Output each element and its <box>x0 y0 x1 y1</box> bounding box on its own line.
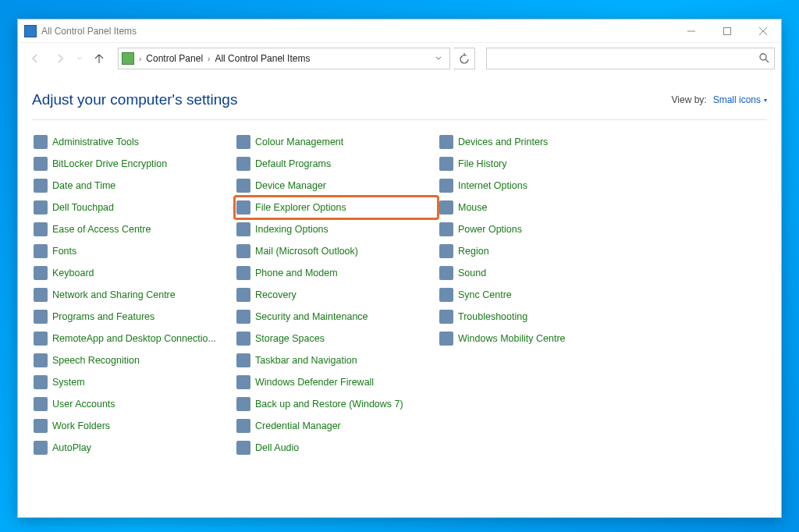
item-label: Mouse <box>458 202 488 213</box>
item-label: Mail (Microsoft Outlook) <box>255 246 358 257</box>
minimize-button[interactable] <box>673 20 709 43</box>
item-icon <box>236 244 250 258</box>
search-box[interactable] <box>486 48 775 69</box>
item-icon <box>439 200 453 215</box>
back-button[interactable] <box>24 48 46 69</box>
item-icon <box>236 222 250 236</box>
control-panel-item[interactable]: Mail (Microsoft Outlook) <box>235 240 438 262</box>
control-panel-icon <box>122 52 134 65</box>
viewby-label: View by: <box>672 94 707 105</box>
history-dropdown[interactable] <box>74 48 85 69</box>
control-panel-item[interactable]: Device Manager <box>235 175 438 197</box>
control-panel-item[interactable]: Ease of Access Centre <box>32 218 235 240</box>
breadcrumb-leaf[interactable]: All Control Panel Items <box>211 48 313 69</box>
control-panel-item[interactable]: Windows Mobility Centre <box>438 328 641 349</box>
control-panel-item[interactable]: AutoPlay <box>32 437 235 459</box>
control-panel-item[interactable]: Troubleshooting <box>438 306 641 328</box>
chevron-right-icon: › <box>206 55 211 63</box>
item-icon <box>34 135 48 149</box>
item-icon <box>34 419 48 433</box>
control-panel-item[interactable]: Region <box>438 240 641 262</box>
item-label: Windows Mobility Centre <box>458 333 566 344</box>
control-panel-item[interactable]: Security and Maintenance <box>235 306 438 328</box>
control-panel-item[interactable]: User Accounts <box>32 393 235 415</box>
item-label: Back up and Restore (Windows 7) <box>255 399 403 410</box>
control-panel-item[interactable]: Dell Touchpad <box>32 197 235 218</box>
item-label: Power Options <box>458 224 522 235</box>
item-label: Default Programs <box>255 158 331 169</box>
refresh-button[interactable] <box>453 48 475 69</box>
item-icon <box>34 266 48 280</box>
item-label: Sync Centre <box>458 289 512 300</box>
item-icon <box>236 200 250 215</box>
control-panel-item[interactable]: Windows Defender Firewall <box>235 371 438 393</box>
forward-button[interactable] <box>49 48 71 69</box>
up-button[interactable] <box>88 48 110 69</box>
breadcrumb-root[interactable]: Control Panel <box>143 48 206 69</box>
control-panel-item[interactable]: Fonts <box>32 240 235 262</box>
control-panel-item[interactable]: Date and Time <box>32 175 235 197</box>
item-icon <box>236 397 250 411</box>
item-icon <box>236 157 250 171</box>
control-panel-item[interactable]: Internet Options <box>438 175 641 197</box>
maximize-button[interactable] <box>709 20 745 43</box>
control-panel-item[interactable]: Network and Sharing Centre <box>32 284 235 306</box>
item-label: Programs and Features <box>52 311 154 322</box>
control-panel-item[interactable]: Indexing Options <box>235 218 438 240</box>
control-panel-item[interactable]: Default Programs <box>235 153 438 175</box>
control-panel-item[interactable]: Recovery <box>235 284 438 306</box>
control-panel-item[interactable]: File Explorer Options <box>235 197 438 218</box>
control-panel-item[interactable]: Colour Management <box>235 131 438 153</box>
svg-rect-1 <box>724 27 731 34</box>
control-panel-item[interactable]: System <box>32 371 235 393</box>
control-panel-item[interactable]: Phone and Modem <box>235 262 438 284</box>
item-label: Indexing Options <box>255 224 328 235</box>
item-icon <box>236 332 250 346</box>
item-label: Date and Time <box>52 180 115 191</box>
control-panel-item[interactable]: Sound <box>438 262 641 284</box>
item-icon <box>34 332 48 346</box>
control-panel-item[interactable]: Storage Spaces <box>235 328 438 349</box>
item-icon <box>34 200 48 215</box>
control-panel-item[interactable]: BitLocker Drive Encryption <box>32 153 235 175</box>
nav-toolbar: › Control Panel › All Control Panel Item… <box>18 43 781 74</box>
item-label: BitLocker Drive Encryption <box>52 158 167 169</box>
control-panel-item[interactable]: RemoteApp and Desktop Connectio... <box>32 328 235 349</box>
close-button[interactable] <box>745 20 781 43</box>
address-bar[interactable]: › Control Panel › All Control Panel Item… <box>118 48 450 69</box>
control-panel-item[interactable]: Sync Centre <box>438 284 641 306</box>
control-panel-item[interactable]: Credential Manager <box>235 415 438 437</box>
item-icon <box>236 179 250 193</box>
item-label: Speech Recognition <box>52 355 140 366</box>
control-panel-item[interactable]: Power Options <box>438 218 641 240</box>
item-label: Phone and Modem <box>255 268 338 278</box>
item-label: Colour Management <box>255 137 343 147</box>
item-icon <box>236 266 250 280</box>
viewby-dropdown[interactable]: Small icons ▾ <box>713 94 767 105</box>
control-panel-item[interactable]: Taskbar and Navigation <box>235 349 438 371</box>
item-label: Recovery <box>255 289 297 300</box>
item-icon <box>439 179 453 193</box>
control-panel-item[interactable]: Work Folders <box>32 415 235 437</box>
chevron-down-icon: ▾ <box>764 97 767 104</box>
control-panel-item[interactable]: Keyboard <box>32 262 235 284</box>
item-icon <box>439 222 453 236</box>
control-panel-item[interactable]: Administrative Tools <box>32 131 235 153</box>
control-panel-item[interactable]: Dell Audio <box>235 437 438 459</box>
address-dropdown[interactable] <box>431 48 446 69</box>
item-label: Internet Options <box>458 180 527 191</box>
svg-point-4 <box>760 54 766 60</box>
item-label: Taskbar and Navigation <box>255 355 357 366</box>
item-label: Credential Manager <box>255 420 341 431</box>
control-panel-item[interactable]: Mouse <box>438 197 641 218</box>
control-panel-item[interactable]: File History <box>438 153 641 175</box>
control-panel-item[interactable]: Devices and Printers <box>438 131 641 153</box>
item-label: Fonts <box>52 246 76 257</box>
content-header: Adjust your computer's settings View by:… <box>32 88 767 120</box>
item-icon <box>34 244 48 258</box>
item-label: Work Folders <box>52 420 110 431</box>
control-panel-item[interactable]: Speech Recognition <box>32 349 235 371</box>
control-panel-item[interactable]: Programs and Features <box>32 306 235 328</box>
item-icon <box>34 375 48 389</box>
control-panel-item[interactable]: Back up and Restore (Windows 7) <box>235 393 438 415</box>
